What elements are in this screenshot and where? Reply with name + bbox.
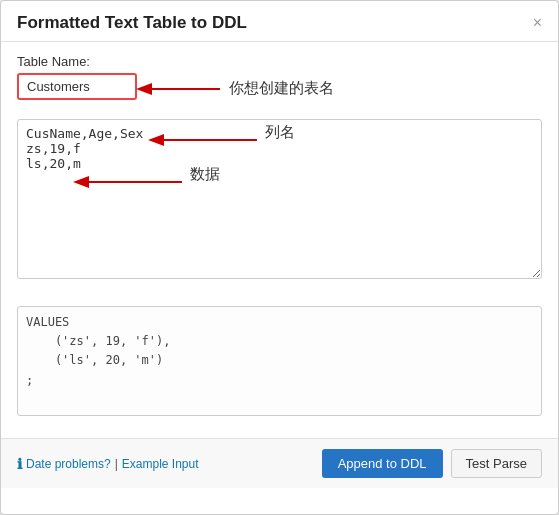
dialog-footer: ℹ Date problems? | Example Input Append … [1,438,558,488]
data-input-wrapper: CusName,Age,Sex zs,19,f ls,20,m 列名 [17,119,542,294]
annotation-data: 数据 [190,165,220,184]
footer-buttons: Append to DDL Test Parse [322,449,542,478]
info-icon: ℹ [17,456,22,472]
dialog-container: Formatted Text Table to DDL × Table Name… [0,0,559,515]
table-name-row: 你想创建的表名 [17,73,542,109]
dialog-title: Formatted Text Table to DDL [17,13,247,33]
dialog-body: Table Name: 你想创建的表名 CusName,Age,Sex zs,1… [1,42,558,438]
output-box[interactable]: VALUES ('zs', 19, 'f'), ('ls', 20, 'm') … [17,306,542,416]
annotation-colname: 列名 [265,123,295,142]
footer-separator: | [115,457,118,471]
dialog-header: Formatted Text Table to DDL × [1,1,558,42]
output-content: VALUES ('zs', 19, 'f'), ('ls', 20, 'm') … [26,313,533,390]
append-to-ddl-button[interactable]: Append to DDL [322,449,443,478]
table-name-input[interactable] [17,73,137,100]
arrow-tablename [135,77,225,101]
arrow-colname [147,129,262,151]
close-button[interactable]: × [533,15,542,31]
annotation-table-name: 你想创建的表名 [229,79,334,98]
table-name-label: Table Name: [17,54,542,69]
footer-info: ℹ Date problems? | Example Input [17,456,199,472]
arrow-data [72,171,187,193]
date-problems-link[interactable]: Date problems? [26,457,111,471]
example-input-link[interactable]: Example Input [122,457,199,471]
data-textarea[interactable]: CusName,Age,Sex zs,19,f ls,20,m [17,119,542,279]
test-parse-button[interactable]: Test Parse [451,449,542,478]
